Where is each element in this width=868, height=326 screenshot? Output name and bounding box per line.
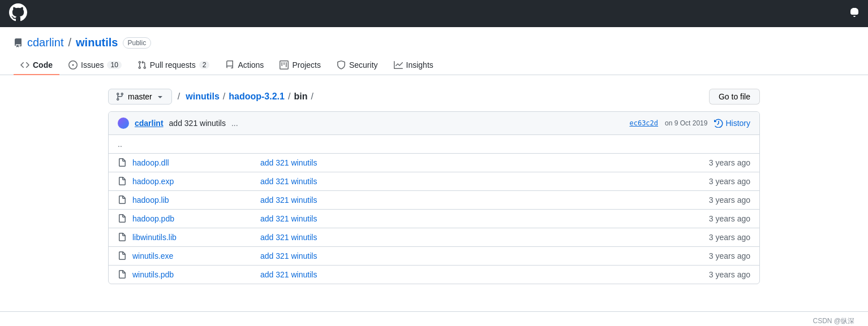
tab-security[interactable]: Security (330, 56, 385, 75)
tab-pull-requests[interactable]: Pull requests 2 (131, 56, 217, 75)
breadcrumb-sep-1: / (223, 92, 225, 102)
topbar-right (850, 8, 859, 19)
repo-header: cdarlint / winutils Public Code Issues 1… (0, 27, 868, 75)
pr-count-badge: 2 (199, 61, 210, 69)
pr-icon (137, 60, 147, 69)
file-name-link[interactable]: winutils.pdb (132, 270, 246, 279)
file-row: hadoop.lib add 321 winutils 3 years ago (109, 191, 759, 210)
goto-file-button[interactable]: Go to file (709, 89, 760, 105)
commit-date: on 9 Oct 2019 (665, 119, 707, 127)
commit-meta: ec63c2d on 9 Oct 2019 History (629, 119, 750, 128)
repo-separator: / (68, 36, 71, 49)
breadcrumb-separator-1: / (178, 92, 180, 102)
history-button[interactable]: History (714, 119, 750, 128)
file-row: hadoop.exp add 321 winutils 3 years ago (109, 172, 759, 191)
file-icon (118, 177, 127, 186)
file-row: hadoop.pdb add 321 winutils 3 years ago (109, 210, 759, 228)
tab-issues[interactable]: Issues 10 (62, 56, 128, 75)
tab-actions-label: Actions (238, 60, 264, 69)
tab-issues-label: Issues (81, 60, 104, 69)
projects-icon (280, 60, 289, 69)
file-name-link[interactable]: libwinutils.lib (132, 233, 246, 242)
tab-projects[interactable]: Projects (273, 56, 328, 75)
issues-count-badge: 10 (107, 61, 121, 69)
avatar (118, 118, 129, 129)
commit-info-row: cdarlint add 321 winutils ... ec63c2d on… (109, 112, 759, 135)
file-commit-msg: add 321 winutils (260, 195, 703, 205)
file-commit-msg: add 321 winutils (260, 214, 703, 223)
file-commit-link[interactable]: add 321 winutils (260, 177, 317, 186)
file-row: libwinutils.lib add 321 winutils 3 years… (109, 228, 759, 247)
file-icon (118, 158, 127, 167)
insights-icon (394, 60, 403, 69)
breadcrumb-row: master / winutils / hadoop-3.2.1 / bin /… (108, 89, 760, 105)
file-time: 3 years ago (709, 177, 750, 186)
file-name-link[interactable]: winutils.exe (132, 251, 246, 260)
file-commit-msg: add 321 winutils (260, 270, 703, 279)
file-row: winutils.exe add 321 winutils 3 years ag… (109, 247, 759, 266)
security-icon (337, 60, 346, 69)
file-name-link[interactable]: hadoop.pdb (132, 214, 246, 223)
file-row: hadoop.dll add 321 winutils 3 years ago (109, 154, 759, 172)
file-icon (118, 251, 127, 260)
file-name-link[interactable]: hadoop.lib (132, 195, 246, 205)
file-commit-msg: add 321 winutils (260, 233, 703, 242)
github-logo-icon[interactable] (9, 3, 27, 24)
repo-name-link[interactable]: winutils (76, 36, 118, 49)
file-time: 3 years ago (709, 251, 750, 260)
tab-security-label: Security (349, 60, 378, 69)
history-icon (714, 119, 723, 128)
repo-nav: Code Issues 10 Pull requests 2 Actions P… (14, 56, 854, 75)
file-commit-link[interactable]: add 321 winutils (260, 270, 317, 279)
footer-watermark: CSDN @纵深 (0, 312, 868, 326)
actions-icon (225, 60, 234, 69)
file-commit-link[interactable]: add 321 winutils (260, 158, 317, 167)
tab-code[interactable]: Code (14, 56, 59, 75)
file-time: 3 years ago (709, 233, 750, 242)
file-icon (118, 214, 127, 223)
breadcrumb-winutils-link[interactable]: winutils (186, 92, 220, 102)
tab-actions[interactable]: Actions (218, 56, 270, 75)
file-commit-link[interactable]: add 321 winutils (260, 214, 317, 223)
tab-projects-label: Projects (292, 60, 321, 69)
file-table: cdarlint add 321 winutils ... ec63c2d on… (108, 111, 760, 284)
file-name-link[interactable]: hadoop.exp (132, 177, 246, 186)
file-time: 3 years ago (709, 195, 750, 205)
commit-author-link[interactable]: cdarlint (135, 119, 164, 128)
file-name-link[interactable]: hadoop.dll (132, 158, 246, 167)
file-commit-link[interactable]: add 321 winutils (260, 195, 317, 205)
notification-bell-icon[interactable] (850, 9, 859, 19)
repo-icon (14, 38, 23, 47)
topbar (0, 0, 868, 27)
history-label: History (725, 119, 750, 128)
commit-message-text: add 321 winutils (169, 119, 226, 128)
repo-owner-link[interactable]: cdarlint (27, 36, 63, 49)
branch-selector-button[interactable]: master (108, 89, 172, 105)
breadcrumb-hadoop-link[interactable]: hadoop-3.2.1 (229, 92, 285, 102)
branch-name: master (128, 92, 152, 101)
file-commit-msg: add 321 winutils (260, 251, 703, 260)
tab-pr-label: Pull requests (150, 60, 196, 69)
file-icon (118, 195, 127, 205)
file-icon (118, 233, 127, 242)
file-commit-link[interactable]: add 321 winutils (260, 251, 317, 260)
file-time: 3 years ago (709, 158, 750, 167)
topbar-left (9, 3, 27, 24)
chevron-down-icon (156, 92, 165, 101)
main-content: master / winutils / hadoop-3.2.1 / bin /… (94, 75, 774, 298)
code-icon (20, 60, 29, 69)
file-commit-msg: add 321 winutils (260, 158, 703, 167)
repo-title: cdarlint / winutils Public (14, 36, 854, 49)
repo-visibility-badge: Public (123, 37, 152, 49)
file-commit-link[interactable]: add 321 winutils (260, 233, 317, 242)
file-time: 3 years ago (709, 270, 750, 279)
tab-insights[interactable]: Insights (387, 56, 440, 75)
breadcrumb-current-dir: bin (294, 92, 307, 102)
commit-sha-link[interactable]: ec63c2d (629, 119, 658, 127)
tab-code-label: Code (33, 60, 53, 69)
breadcrumb-sep-2: / (288, 92, 290, 102)
tab-insights-label: Insights (406, 60, 433, 69)
commit-expand-button[interactable]: ... (231, 119, 238, 128)
branch-icon (115, 92, 124, 101)
parent-dir-row[interactable]: .. (109, 135, 759, 154)
